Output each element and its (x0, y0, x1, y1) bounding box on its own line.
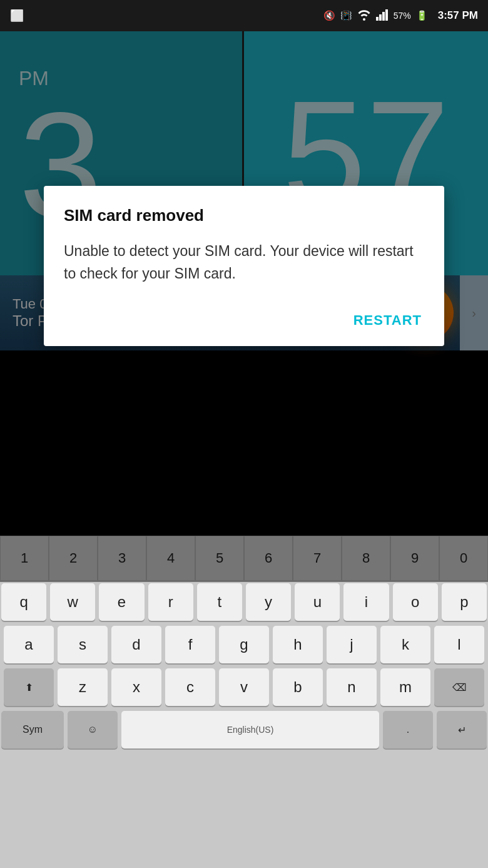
key-s[interactable]: s (58, 626, 108, 663)
key-z[interactable]: z (58, 668, 108, 706)
key-c[interactable]: c (165, 668, 215, 706)
key-q[interactable]: q (1, 583, 46, 621)
dialog-actions: RESTART (64, 302, 424, 334)
key-i[interactable]: i (343, 583, 389, 621)
key-m[interactable]: m (380, 668, 430, 706)
key-l[interactable]: l (434, 626, 484, 663)
status-bar: ⬜ 🔇 📳 57% 🔋 3:57 PM (0, 0, 488, 31)
key-n[interactable]: n (327, 668, 377, 706)
dot-key[interactable]: . (383, 711, 433, 748)
svg-rect-2 (382, 12, 385, 21)
dialog-body: Unable to detect your SIM card. Your dev… (64, 240, 424, 285)
battery-percent: 57% (394, 11, 411, 21)
key-w[interactable]: w (50, 583, 95, 621)
status-icons: 🔇 📳 57% 🔋 3:57 PM (323, 9, 478, 23)
key-j[interactable]: j (327, 626, 377, 663)
keyboard-row-4: Sym ☺ English(US) . ↵ (0, 708, 488, 751)
key-h[interactable]: h (273, 626, 323, 663)
mute-icon: 🔇 (323, 10, 335, 21)
status-time: 3:57 PM (438, 9, 478, 22)
dialog-overlay: SIM card removed Unable to detect your S… (0, 0, 488, 582)
signal-icon (376, 9, 389, 23)
emoji-icon: ☺ (88, 724, 98, 735)
key-d[interactable]: d (111, 626, 161, 663)
keyboard-row-1: q w e r t y u i o p (0, 581, 488, 623)
emoji-key[interactable]: ☺ (68, 711, 118, 748)
enter-key[interactable]: ↵ (437, 711, 487, 748)
key-b[interactable]: b (273, 668, 323, 706)
svg-rect-3 (385, 9, 388, 21)
svg-rect-0 (376, 17, 379, 21)
key-f[interactable]: f (165, 626, 215, 663)
key-p[interactable]: p (442, 583, 487, 621)
dialog-title: SIM card removed (64, 206, 424, 225)
wifi-icon (357, 9, 371, 23)
notification-icon: ⬜ (10, 9, 24, 23)
space-key[interactable]: English(US) (121, 711, 379, 748)
keyboard: q w e r t y u i o p a s d f g h j k l ⬆ … (0, 581, 488, 868)
key-v[interactable]: v (219, 668, 269, 706)
key-a[interactable]: a (4, 626, 54, 663)
key-u[interactable]: u (295, 583, 340, 621)
key-r[interactable]: r (148, 583, 193, 621)
keyboard-row-2: a s d f g h j k l (0, 623, 488, 666)
sym-key[interactable]: Sym (1, 711, 64, 748)
svg-rect-1 (379, 14, 382, 21)
keyboard-row-3: ⬆ z x c v b n m ⌫ (0, 666, 488, 708)
key-k[interactable]: k (380, 626, 430, 663)
key-t[interactable]: t (197, 583, 242, 621)
key-y[interactable]: y (246, 583, 291, 621)
backspace-key[interactable]: ⌫ (434, 668, 484, 706)
battery-icon: 🔋 (416, 10, 428, 21)
key-o[interactable]: o (393, 583, 438, 621)
vibrate-icon: 📳 (340, 10, 352, 21)
restart-button[interactable]: RESTART (351, 307, 424, 334)
key-g[interactable]: g (219, 626, 269, 663)
key-e[interactable]: e (99, 583, 144, 621)
key-x[interactable]: x (111, 668, 161, 706)
shift-key[interactable]: ⬆ (4, 668, 54, 706)
sim-card-dialog: SIM card removed Unable to detect your S… (44, 186, 444, 346)
